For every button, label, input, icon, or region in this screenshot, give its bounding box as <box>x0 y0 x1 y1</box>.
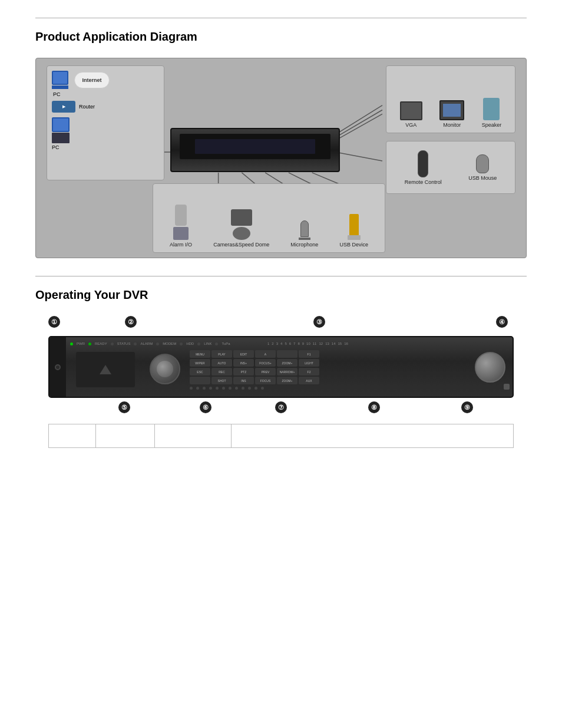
led-6 <box>222 387 225 390</box>
pc-bottom-icon <box>52 117 70 132</box>
btn-ptz[interactable]: PTZ <box>233 368 254 375</box>
led-7 <box>229 387 232 390</box>
link-label: LINK <box>204 342 211 345</box>
cameras-label: Cameras&Speed Dome <box>213 242 269 248</box>
speaker-icon <box>483 98 500 120</box>
section1-title: Product Application Diagram <box>35 30 527 44</box>
monitor-device: Monitor <box>439 100 464 128</box>
section2-title: Operating Your DVR <box>35 288 527 302</box>
btn-a[interactable]: A <box>255 350 276 358</box>
remote-mouse-section: Remote Control USB Mouse <box>386 141 515 194</box>
btn-zoom[interactable]: ZOOM+ <box>277 377 297 384</box>
callout-8: ⑧ <box>368 401 380 413</box>
router-row: ▶ Router <box>52 101 159 113</box>
btn-auto[interactable]: AUTO <box>211 359 232 367</box>
btn-edit[interactable]: EDIT <box>233 350 254 358</box>
dvr-display <box>195 139 315 154</box>
btn-f1[interactable]: F1 <box>299 350 319 358</box>
table-cell-3 <box>154 424 231 448</box>
callout-2: ② <box>125 316 137 328</box>
speaker-device: Speaker <box>482 98 502 128</box>
pwr-led <box>70 342 73 345</box>
btn-focus-plus[interactable]: FOCUS+ <box>255 359 276 367</box>
callout-5: ⑤ <box>118 401 130 413</box>
pc-base-icon <box>52 85 68 89</box>
hdd-label: HDD <box>186 342 194 345</box>
nav-wheel-center <box>157 361 173 377</box>
callout-4: ④ <box>496 316 508 328</box>
pir-icon <box>175 205 187 226</box>
btn-shot[interactable]: SHOT <box>211 377 232 384</box>
ready-label: READY <box>95 342 107 345</box>
main-jog-wheel[interactable] <box>475 352 505 383</box>
pc-monitor-icon <box>52 71 68 85</box>
dvr-section: ① ② ③ ④ PWR READY STATUS ALARM MODE <box>35 316 527 448</box>
internet-group: Internet <box>74 72 110 88</box>
tupa-label: TuPa <box>222 342 230 345</box>
cloud-icon: Internet <box>74 72 110 88</box>
btn-prev[interactable]: PREV <box>255 368 276 375</box>
led-8 <box>235 387 238 390</box>
tupa-led <box>215 342 218 345</box>
mic-stand-icon <box>299 238 310 240</box>
eject-arrow-icon <box>100 365 111 374</box>
ready-led <box>88 342 91 345</box>
cameras-device: Cameras&Speed Dome <box>213 209 269 248</box>
camera-icon <box>231 209 252 226</box>
vga-label: VGA <box>405 122 416 128</box>
svg-line-2 <box>335 110 382 137</box>
led-9 <box>242 387 244 390</box>
svg-line-1 <box>335 106 382 135</box>
btn-aux[interactable]: AUX <box>299 377 319 384</box>
callout-1: ① <box>48 316 60 328</box>
monitor-label: Monitor <box>443 122 461 128</box>
btn-wiper[interactable]: WIPER <box>190 359 210 367</box>
pwr-label: PWR <box>77 342 85 345</box>
mid-divider <box>35 276 527 276</box>
button-grid: MENU PLAY EDIT A F1 WIPER AUTO INS+ FOCU… <box>190 350 319 384</box>
status-led <box>111 342 114 345</box>
microphone-device: Microphone <box>290 220 318 248</box>
btn-empty1 <box>277 350 297 358</box>
btn-narrow[interactable]: NARROW+ <box>277 368 297 375</box>
btn-f2[interactable]: F2 <box>299 368 319 375</box>
usb-mouse-device: USB Mouse <box>468 154 497 181</box>
table-cell-1 <box>49 424 96 448</box>
usb-connector-icon <box>348 235 361 240</box>
disk-bay <box>76 352 135 387</box>
btn-ins-plus[interactable]: INS+ <box>233 359 254 367</box>
led-4 <box>209 387 212 390</box>
nav-wheel[interactable] <box>150 354 180 384</box>
usb-device-label: USB Device <box>339 242 368 248</box>
usb-device-device: USB Device <box>339 214 368 248</box>
pc-top-icon <box>52 71 68 89</box>
router-icon: ▶ <box>52 101 75 113</box>
usb-mouse-label: USB Mouse <box>468 175 497 181</box>
btn-light[interactable]: LIGHT <box>299 359 319 367</box>
power-indicator <box>55 364 61 370</box>
dvr-screen <box>180 134 330 159</box>
btn-menu[interactable]: MENU <box>190 350 210 358</box>
pc-tower-icon <box>52 133 70 143</box>
remote-control-device: Remote Control <box>405 150 442 185</box>
peripherals-section: Alarm I/O Cameras&Speed Dome Microphone … <box>153 183 385 253</box>
btn-esc[interactable]: ESC <box>190 368 210 375</box>
btn-play[interactable]: PLAY <box>211 350 232 358</box>
dvr-front-panel: PWR READY STATUS ALARM MODEM HDD LINK Tu… <box>48 336 514 398</box>
dome-camera-icon <box>233 227 250 240</box>
router-label: Router <box>79 104 95 110</box>
callout-9: ⑨ <box>461 401 473 413</box>
dvr-unit <box>170 128 340 172</box>
callout-3: ③ <box>313 316 325 328</box>
callout-top-row: ① ② ③ ④ <box>48 316 514 332</box>
svg-line-3 <box>335 114 382 140</box>
page-container: Product Application Diagram <box>0 18 562 448</box>
pc-bottom-group: PC <box>52 117 159 150</box>
btn-rec[interactable]: REC <box>211 368 232 375</box>
table-cell-4 <box>231 424 513 448</box>
btn-ins[interactable]: INS <box>233 377 254 384</box>
btn-focus[interactable]: FOCUS <box>255 377 276 384</box>
vga-icon <box>400 101 422 120</box>
callout-6: ⑥ <box>200 401 211 413</box>
btn-zoom-plus[interactable]: ZOOM+ <box>277 359 297 367</box>
